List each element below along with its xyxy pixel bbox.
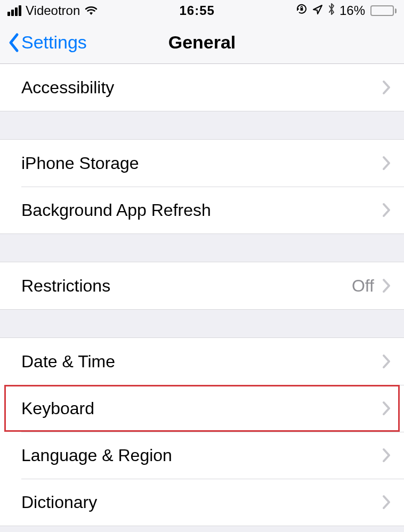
settings-row-background-app-refresh[interactable]: Background App Refresh <box>0 187 404 233</box>
row-accessory <box>382 447 391 463</box>
status-right: 16% <box>296 3 397 19</box>
settings-group: iPhone Storage Background App Refresh <box>0 139 404 234</box>
chevron-left-icon <box>7 33 20 53</box>
settings-row-iphone-storage[interactable]: iPhone Storage <box>0 140 404 187</box>
bluetooth-icon <box>328 3 335 19</box>
row-accessory <box>382 400 391 416</box>
row-value: Off <box>352 276 374 296</box>
row-accessory <box>382 155 391 171</box>
row-label: Accessibility <box>21 78 114 98</box>
back-label: Settings <box>21 32 87 53</box>
chevron-right-icon <box>382 494 391 510</box>
chevron-right-icon <box>382 353 391 369</box>
chevron-right-icon <box>382 400 391 416</box>
settings-row-accessibility[interactable]: Accessibility <box>0 64 404 111</box>
cellular-signal-icon <box>7 5 21 16</box>
row-label: Keyboard <box>21 399 94 418</box>
settings-row-date-time[interactable]: Date & Time <box>0 338 404 385</box>
wifi-icon <box>84 5 98 16</box>
settings-group: Date & Time Keyboard Language & Region D… <box>0 337 404 526</box>
settings-group: Accessibility <box>0 64 404 111</box>
nav-bar: Settings General <box>0 21 404 64</box>
chevron-right-icon <box>382 202 391 218</box>
row-accessory <box>382 202 391 218</box>
chevron-right-icon <box>382 278 391 294</box>
row-accessory <box>382 494 391 510</box>
settings-row-keyboard[interactable]: Keyboard <box>0 385 404 432</box>
chevron-right-icon <box>382 155 391 171</box>
row-label: Restrictions <box>21 276 110 296</box>
row-accessory <box>382 353 391 369</box>
settings-row-language-region[interactable]: Language & Region <box>0 432 404 479</box>
status-left: Videotron <box>7 3 98 18</box>
status-time: 16:55 <box>179 3 214 18</box>
row-label: Background App Refresh <box>21 200 211 220</box>
svg-rect-0 <box>300 8 303 11</box>
settings-list: Accessibility iPhone Storage Background … <box>0 64 404 526</box>
row-label: Dictionary <box>21 493 97 512</box>
back-button[interactable]: Settings <box>7 32 87 53</box>
row-label: Language & Region <box>21 446 172 465</box>
row-accessory <box>382 79 391 95</box>
settings-row-dictionary[interactable]: Dictionary <box>0 479 404 526</box>
carrier-label: Videotron <box>26 3 80 18</box>
orientation-lock-icon <box>296 3 308 18</box>
row-label: iPhone Storage <box>21 154 139 173</box>
chevron-right-icon <box>382 447 391 463</box>
row-label: Date & Time <box>21 352 115 372</box>
status-bar: Videotron 16:55 <box>0 0 404 21</box>
settings-row-restrictions[interactable]: RestrictionsOff <box>0 262 404 309</box>
location-icon <box>312 3 324 18</box>
chevron-right-icon <box>382 79 391 95</box>
page-title: General <box>168 32 236 53</box>
battery-percent: 16% <box>340 3 365 18</box>
row-accessory: Off <box>352 276 391 296</box>
settings-group: RestrictionsOff <box>0 262 404 310</box>
battery-icon <box>370 5 397 16</box>
